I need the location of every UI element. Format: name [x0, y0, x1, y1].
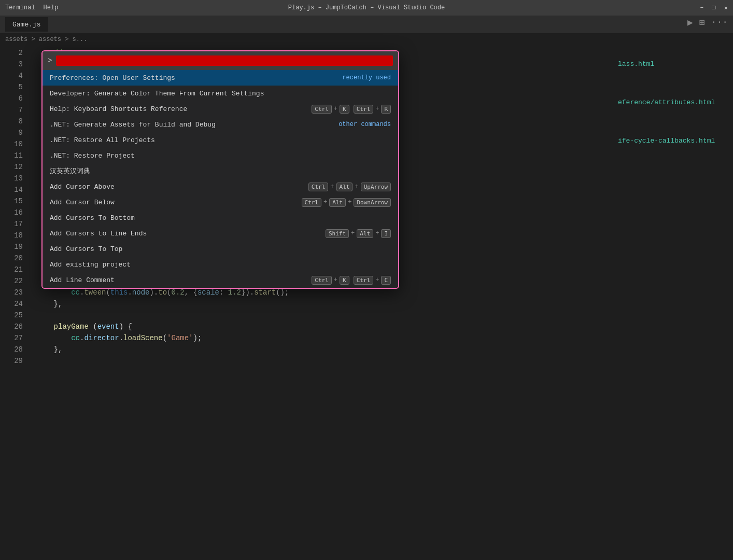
- cp-item-label-5: .NET: Restore Project: [50, 152, 391, 160]
- breadcrumb-path: assets > assets > s...: [5, 36, 87, 43]
- kbd-7-2: Alt: [336, 183, 353, 191]
- cp-item-11[interactable]: Add Cursors To Top: [43, 241, 398, 257]
- right-link-2: eference/attributes.html: [614, 95, 733, 110]
- kbd-g-2-0: Ctrl: [312, 105, 332, 114]
- cp-item-13[interactable]: Add Line CommentCtrl + K Ctrl + C: [43, 272, 398, 288]
- cp-item-right-2: Ctrl + K Ctrl + R: [312, 105, 391, 114]
- cp-item-8[interactable]: Add Cursor BelowCtrl + Alt + DownArrow: [43, 194, 398, 210]
- menu-terminal[interactable]: Terminal: [5, 4, 35, 11]
- tab-bar: Game.js ▶ ⊞ ···: [0, 16, 733, 34]
- cp-item-label-2: Help: Keyboard Shortcuts Reference: [50, 105, 312, 113]
- minimize-button[interactable]: –: [700, 4, 703, 12]
- cp-item-6[interactable]: 汉英英汉词典: [43, 163, 398, 179]
- kbd-8-2: Alt: [329, 198, 346, 207]
- cp-item-label-3: .NET: Generate Assets for Build and Debu…: [50, 121, 339, 129]
- toolbar-right: ▶ ⊞ ···: [687, 17, 728, 28]
- cp-item-right-8: Ctrl + Alt + DownArrow: [302, 198, 391, 207]
- editor-area: 2 3 4 5 6 7 8 9 10 11 12 13 14 15 16 17 …: [0, 45, 733, 560]
- cp-search-input[interactable]: [56, 55, 393, 66]
- kbd-g-2-2: K: [340, 105, 349, 114]
- cp-item-label-10: Add Cursors to Line Ends: [50, 230, 326, 237]
- cp-item-7[interactable]: Add Cursor AboveCtrl + Alt + UpArrow: [43, 179, 398, 194]
- kbd-g-13-2: C: [381, 276, 391, 285]
- window-title: Play.js – JumpToCatch – Visual Studio Co…: [288, 4, 445, 11]
- cp-item-10[interactable]: Add Cursors to Line EndsShift + Alt + I: [43, 226, 398, 241]
- kbd-8-4: DownArrow: [354, 198, 391, 207]
- kbd-8-0: Ctrl: [302, 198, 322, 207]
- cp-item-5[interactable]: .NET: Restore Project: [43, 148, 398, 163]
- cp-list: Preferences: Open User Settingsrecently …: [43, 70, 398, 288]
- cp-item-right-13: Ctrl + K Ctrl + C: [312, 276, 391, 285]
- play-icon[interactable]: ▶: [687, 17, 693, 28]
- cp-item-label-11: Add Cursors To Top: [50, 245, 391, 253]
- kbd-10-4: I: [381, 229, 391, 238]
- cp-item-label-6: 汉英英汉词典: [50, 166, 391, 176]
- maximize-button[interactable]: □: [712, 4, 716, 12]
- right-panel: lass.html eference/attributes.html ife-c…: [614, 45, 733, 560]
- kbd-10-2: Alt: [357, 229, 373, 238]
- cp-item-9[interactable]: Add Cursors To Bottom: [43, 210, 398, 226]
- menu-items: Terminal Help: [5, 4, 58, 11]
- cp-item-right-3: other commands: [339, 121, 391, 128]
- right-link-1: lass.html: [614, 57, 733, 72]
- cp-prompt: >: [48, 57, 52, 65]
- window-controls: – □ ✕: [700, 4, 728, 12]
- cp-item-label-9: Add Cursors To Bottom: [50, 214, 391, 222]
- cp-item-3[interactable]: .NET: Generate Assets for Build and Debu…: [43, 117, 398, 132]
- cp-item-right-10: Shift + Alt + I: [326, 229, 391, 238]
- kbd-g-2-0: Ctrl: [354, 105, 374, 114]
- kbd-g-2-2: R: [381, 105, 391, 114]
- cp-item-2[interactable]: Help: Keyboard Shortcuts ReferenceCtrl +…: [43, 101, 398, 117]
- cp-item-label-0: Preferences: Open User Settings: [50, 74, 342, 82]
- cp-item-label-1: Developer: Generate Color Theme From Cur…: [50, 90, 391, 97]
- menu-help[interactable]: Help: [44, 4, 59, 11]
- cp-item-label-13: Add Line Comment: [50, 276, 312, 284]
- line-numbers: 2 3 4 5 6 7 8 9 10 11 12 13 14 15 16 17 …: [0, 45, 31, 560]
- cp-input-row: >: [43, 51, 398, 70]
- kbd-g-13-0: Ctrl: [312, 276, 332, 285]
- cp-item-0[interactable]: Preferences: Open User Settingsrecently …: [43, 70, 398, 86]
- cp-item-4[interactable]: .NET: Restore All Projects: [43, 132, 398, 148]
- tab-gamejs[interactable]: Game.js: [5, 17, 48, 32]
- kbd-g-13-0: Ctrl: [354, 276, 374, 285]
- command-palette: > Preferences: Open User Settingsrecentl…: [41, 50, 399, 289]
- kbd-10-0: Shift: [326, 229, 349, 238]
- more-icon[interactable]: ···: [711, 17, 728, 27]
- title-bar: Terminal Help Play.js – JumpToCatch – Vi…: [0, 0, 733, 16]
- cp-item-label-12: Add existing project: [50, 261, 391, 269]
- kbd-g-13-2: K: [340, 276, 349, 285]
- cp-item-right-0: recently used: [342, 74, 391, 81]
- cp-item-label-8: Add Cursor Below: [50, 199, 302, 206]
- cp-item-label-4: .NET: Restore All Projects: [50, 136, 391, 144]
- kbd-7-0: Ctrl: [308, 183, 329, 191]
- cp-item-1[interactable]: Developer: Generate Color Theme From Cur…: [43, 86, 398, 101]
- close-button[interactable]: ✕: [724, 4, 728, 12]
- cp-item-12[interactable]: Add existing project: [43, 257, 398, 272]
- cp-item-label-7: Add Cursor Above: [50, 183, 308, 191]
- cp-item-right-7: Ctrl + Alt + UpArrow: [308, 183, 391, 191]
- right-link-3: ife-cycle-callbacks.html: [614, 133, 733, 149]
- split-icon[interactable]: ⊞: [699, 17, 705, 28]
- kbd-7-4: UpArrow: [361, 183, 391, 191]
- breadcrumb: assets > assets > s...: [0, 34, 733, 45]
